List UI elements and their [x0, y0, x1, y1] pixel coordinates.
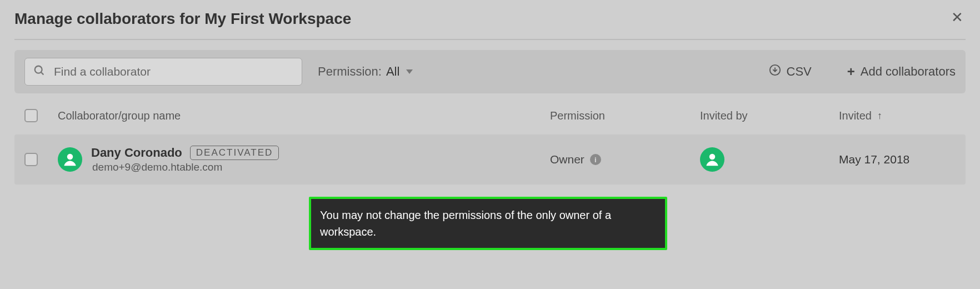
permission-filter-label: Permission: [318, 64, 382, 79]
svg-line-1 [41, 72, 44, 75]
modal-title: Manage collaborators for My First Worksp… [14, 10, 966, 28]
svg-point-0 [35, 66, 42, 73]
inviter-avatar[interactable] [700, 147, 724, 172]
add-collaborators-button[interactable]: + Add collaborators [847, 64, 956, 79]
sort-ascending-icon: ↑ [877, 110, 882, 122]
table-row: Dany Coronado DEACTIVATED demo+9@demo.ht… [14, 134, 966, 185]
svg-point-3 [67, 154, 73, 160]
collaborator-email: demo+9@demo.htable.com [91, 161, 279, 173]
svg-point-4 [709, 154, 716, 160]
deactivated-badge: DEACTIVATED [190, 146, 279, 160]
download-icon [769, 64, 781, 79]
add-collaborators-label: Add collaborators [861, 64, 956, 79]
divider [14, 39, 966, 40]
avatar [58, 147, 82, 172]
collaborator-name: Dany Coronado [91, 146, 182, 160]
toolbar: Permission: All CSV + Add collaborators [14, 50, 966, 93]
search-wrap [24, 58, 302, 86]
row-invited-by-cell [700, 147, 839, 172]
csv-label: CSV [787, 64, 812, 79]
row-invited-date: May 17, 2018 [839, 153, 956, 166]
permission-filter[interactable]: Permission: All [318, 64, 413, 79]
info-icon: i [590, 154, 601, 165]
row-name-cell: Dany Coronado DEACTIVATED demo+9@demo.ht… [58, 146, 550, 173]
select-all-checkbox[interactable] [24, 109, 38, 122]
plus-icon: + [847, 64, 855, 79]
select-all-cell [24, 109, 58, 122]
permission-tooltip: You may not change the permissions of th… [309, 197, 667, 250]
search-icon [33, 64, 46, 79]
chevron-down-icon [406, 69, 413, 74]
search-input[interactable] [24, 58, 302, 86]
row-check-cell [24, 153, 58, 166]
column-name[interactable]: Collaborator/group name [58, 109, 550, 122]
close-button[interactable]: ✕ [951, 10, 963, 24]
close-icon: ✕ [951, 9, 963, 26]
column-invited[interactable]: Invited ↑ [839, 109, 956, 122]
csv-button[interactable]: CSV [769, 64, 812, 79]
row-permission-cell[interactable]: Owner i [550, 153, 700, 166]
permission-filter-value: All [386, 64, 399, 79]
column-permission[interactable]: Permission [550, 109, 700, 122]
permission-value: Owner [550, 153, 584, 166]
table-header: Collaborator/group name Permission Invit… [14, 93, 966, 134]
column-invited-by[interactable]: Invited by [700, 109, 839, 122]
column-invited-label: Invited [839, 109, 872, 122]
row-checkbox[interactable] [24, 153, 38, 166]
